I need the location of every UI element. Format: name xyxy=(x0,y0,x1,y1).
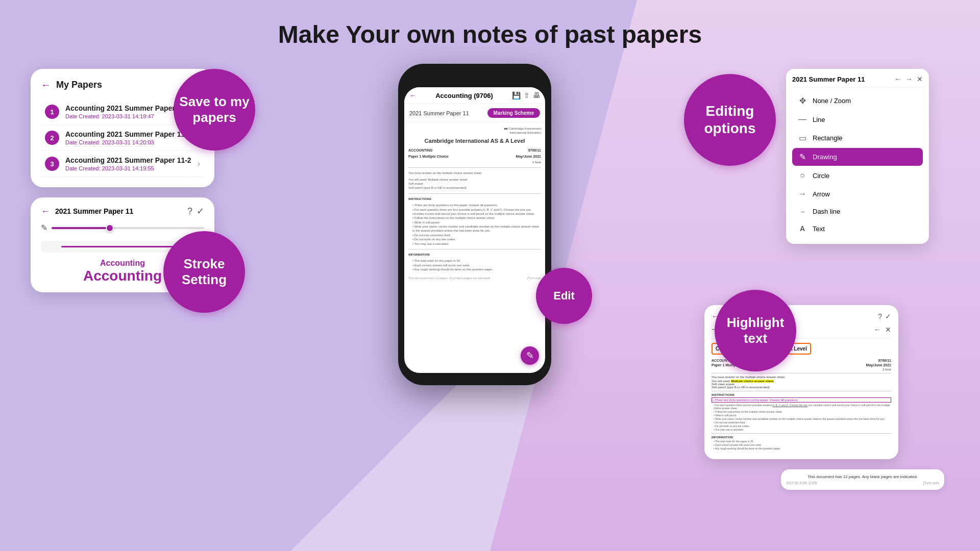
doc-logo: ■■ Cambridge AssessmentInternational Edu… xyxy=(504,127,541,135)
option-none-zoom[interactable]: ✥ None / Zoom xyxy=(792,92,923,110)
ht-divider-2 xyxy=(712,391,891,391)
option-text[interactable]: A Text xyxy=(792,220,923,237)
phone-header-icons: 💾 ⇧ 🖶 xyxy=(512,91,540,99)
doc-divider-2 xyxy=(408,193,541,194)
footer-text: This document has 12 pages. Any blank pa… xyxy=(408,276,491,280)
marking-scheme-button[interactable]: Marking Scheme xyxy=(487,108,540,118)
ht-instruction-6: • Do not use correction fluid. xyxy=(714,421,891,424)
doc-instruction-1: • There are thirty questions on this pap… xyxy=(412,203,541,207)
phone-screen: ← Accounting (9706) 💾 ⇧ 🖶 2021 Summer Pa… xyxy=(404,87,545,373)
page-title: Make Your own notes of past papers xyxy=(0,0,980,48)
ht-undo-icon[interactable]: ← xyxy=(874,325,881,334)
ht-info-1: • The total mark for this paper is 30. xyxy=(714,440,891,443)
ht-close-icon[interactable]: ✕ xyxy=(885,325,891,334)
option-drawing[interactable]: ✎ Drawing xyxy=(792,148,923,166)
option-arrow-label: Arrow xyxy=(813,190,830,198)
ht-instruction-3: • Follow the instructions on the multipl… xyxy=(714,410,891,413)
edit-panel-title: 2021 Summer Paper 11 xyxy=(792,76,865,83)
option-drawing-label: Drawing xyxy=(813,153,837,161)
paper-name-1: Accounting 2021 Summer Paper 11-1 xyxy=(65,104,191,112)
paper-info-2: Accounting 2021 Summer Paper 11-3 Date C… xyxy=(65,130,191,145)
redo-icon[interactable]: → xyxy=(905,75,913,83)
phone-doc-title: Cambridge International AS & A Level xyxy=(408,137,541,145)
ht-divider xyxy=(712,373,891,373)
doc-instruction-8: • You may use a calculator. xyxy=(412,242,541,246)
stroke-card-header: ← 2021 Summer Paper 11 ? ✓ xyxy=(41,206,204,217)
doc-must-answer: You must answer on the multiple choice a… xyxy=(408,171,541,175)
option-dash-line[interactable]: - - Dash line xyxy=(792,204,923,219)
undo-icon[interactable]: ← xyxy=(894,75,901,83)
doc-instruction-7: • Do not write on any bar codes. xyxy=(412,237,541,241)
ht-instruction-2: • For each question there are four possi… xyxy=(714,404,891,410)
option-circle-label: Circle xyxy=(813,172,829,180)
stroke-dot xyxy=(106,224,114,232)
paper-name-3: Accounting 2021 Summer Paper 11-2 xyxy=(65,156,191,164)
edit-options-panel: 2021 Summer Paper 11 ← → ✕ ✥ None / Zoom… xyxy=(786,69,929,244)
paper-date-2: Date Created: 2023-03-31 14:20:03 xyxy=(65,139,191,145)
phone-doc-area: ■■ Cambridge AssessmentInternational Edu… xyxy=(404,122,545,284)
phone-notch xyxy=(454,73,495,83)
phone-paper-label: 2021 Summer Paper 11 xyxy=(409,110,469,116)
option-line[interactable]: — Line xyxy=(792,111,923,128)
phone-mockup: ← Accounting (9706) 💾 ⇧ 🖶 2021 Summer Pa… xyxy=(398,64,551,385)
stroke-line-preview xyxy=(61,246,184,247)
ht-instruction-7: • Do not write on any bar codes. xyxy=(714,424,891,428)
doc-instruction-6: • Do not use correction fluid. xyxy=(412,233,541,237)
save-icon[interactable]: 💾 xyxy=(512,91,521,99)
doc-page-footer: This document has 12 pages. Any blank pa… xyxy=(408,276,541,280)
print-icon[interactable]: 🖶 xyxy=(533,91,540,99)
ht-question-icon[interactable]: ? xyxy=(878,312,882,320)
paper-item-3[interactable]: 3 Accounting 2021 Summer Paper 11-2 Date… xyxy=(41,151,204,177)
doc-info-1: • The total mark for this paper is 30. xyxy=(412,259,541,263)
text-icon: A xyxy=(797,224,807,233)
option-rectangle-label: Rectangle xyxy=(813,134,843,142)
phone-paper-row: 2021 Summer Paper 11 Marking Scheme xyxy=(404,104,545,122)
highlight-section: Highlight text ← 2021 Summer Paper 11 ? … xyxy=(704,305,949,459)
ht-you-need: You will need: Multiple choice answer sh… xyxy=(712,380,891,389)
paper-num-3: 3 xyxy=(45,157,59,171)
doc-duration: 1 hour xyxy=(408,160,541,164)
edit-panel-header: 2021 Summer Paper 11 ← → ✕ xyxy=(792,75,923,88)
behind-page-turn: [Turn over xyxy=(923,481,939,485)
doc-instruction-2: • For each question there are four possi… xyxy=(412,208,541,216)
ht-instruction-4: • Write in soft pencil. xyxy=(714,414,891,417)
share-icon[interactable]: ⇧ xyxy=(524,91,530,99)
center-section: ← Accounting (9706) 💾 ⇧ 🖶 2021 Summer Pa… xyxy=(255,64,694,385)
option-rectangle[interactable]: ▭ Rectangle xyxy=(792,129,923,147)
question-icon[interactable]: ? xyxy=(187,206,192,217)
doc-instruction-3: • Follow the instructions on the multipl… xyxy=(412,216,541,220)
ht-duration: 1 hour xyxy=(712,368,891,371)
my-papers-title: My Papers xyxy=(56,80,102,90)
ht-instruction-5: • Write your name, centre number and can… xyxy=(714,417,891,420)
option-circle[interactable]: ○ Circle xyxy=(792,167,923,184)
phone-app-header: ← Accounting (9706) 💾 ⇧ 🖶 xyxy=(404,87,545,104)
doc-instruction-5: • Write your name, centre number and can… xyxy=(412,224,541,233)
doc-information-header: INFORMATION xyxy=(408,253,541,257)
doc-info-3: • Any rough working should be done on th… xyxy=(412,267,541,271)
doc-subject: ACCOUNTING xyxy=(408,148,432,153)
stroke-back-icon[interactable]: ← xyxy=(41,206,50,217)
back-arrow-icon[interactable]: ← xyxy=(41,79,51,91)
circle-icon: ○ xyxy=(797,171,807,180)
check-icon[interactable]: ✓ xyxy=(197,206,204,217)
main-area: Save to my papers ← My Papers 1 Accounti… xyxy=(0,64,980,459)
editing-bubble: Editing options xyxy=(684,74,776,166)
ht-must-answer: You must answer on the multiple choice a… xyxy=(712,375,891,379)
stroke-card: ← 2021 Summer Paper 11 ? ✓ ✎ xyxy=(31,197,214,292)
line-icon: — xyxy=(797,115,807,124)
ht-check-icon[interactable]: ✓ xyxy=(885,312,891,320)
paper-name-2: Accounting 2021 Summer Paper 11-3 xyxy=(65,130,191,138)
fab-edit-button[interactable]: ✎ xyxy=(521,346,539,365)
none-zoom-icon: ✥ xyxy=(797,96,807,106)
ht-instruction-8: • You may use a calculator. xyxy=(714,428,891,431)
ht-icons: ? ✓ xyxy=(878,312,891,320)
option-arrow[interactable]: → Arrow xyxy=(792,185,923,203)
doc-info-2: • Each correct answer will score one mar… xyxy=(412,263,541,267)
behind-card-footer: This document has 12 pages. Any blank pa… xyxy=(786,474,939,479)
doc-you-will-need: You will need: Multiple choice answer sh… xyxy=(408,178,541,190)
ht-instruction-1-highlighted: • There are thirty questions on this pap… xyxy=(712,397,891,403)
close-icon[interactable]: ✕ xyxy=(917,75,923,83)
phone-back-icon[interactable]: ← xyxy=(409,91,416,99)
save-bubble: Save to my papers xyxy=(174,69,255,151)
stroke-slider[interactable] xyxy=(52,227,204,229)
